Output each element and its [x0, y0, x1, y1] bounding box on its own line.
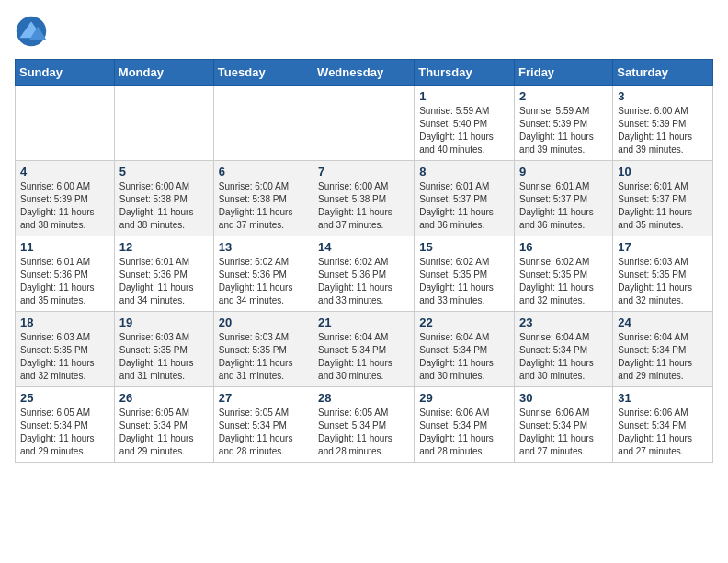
calendar-table: SundayMondayTuesdayWednesdayThursdayFrid…: [15, 59, 713, 463]
day-number: 28: [318, 391, 409, 405]
day-info: Sunrise: 6:03 AM Sunset: 5:35 PM Dayligh…: [20, 331, 109, 383]
day-info: Sunrise: 6:00 AM Sunset: 5:39 PM Dayligh…: [618, 105, 708, 156]
day-info: Sunrise: 6:03 AM Sunset: 5:35 PM Dayligh…: [618, 256, 708, 307]
day-number: 1: [419, 89, 509, 103]
day-number: 21: [318, 316, 409, 329]
day-header-saturday: Saturday: [613, 60, 713, 86]
day-cell: 1Sunrise: 5:59 AM Sunset: 5:40 PM Daylig…: [415, 86, 515, 161]
week-row-5: 25Sunrise: 6:05 AM Sunset: 5:34 PM Dayli…: [16, 387, 713, 463]
day-info: Sunrise: 6:00 AM Sunset: 5:39 PM Dayligh…: [20, 180, 109, 232]
day-info: Sunrise: 6:06 AM Sunset: 5:34 PM Dayligh…: [419, 407, 509, 458]
day-info: Sunrise: 6:04 AM Sunset: 5:34 PM Dayligh…: [519, 331, 608, 383]
day-info: Sunrise: 6:05 AM Sunset: 5:34 PM Dayligh…: [318, 407, 409, 458]
day-cell: [16, 86, 115, 161]
day-cell: 6Sunrise: 6:00 AM Sunset: 5:38 PM Daylig…: [213, 161, 313, 236]
day-number: 6: [219, 165, 308, 178]
day-cell: 31Sunrise: 6:06 AM Sunset: 5:34 PM Dayli…: [613, 387, 713, 463]
week-row-4: 18Sunrise: 6:03 AM Sunset: 5:35 PM Dayli…: [16, 312, 713, 387]
day-info: Sunrise: 6:04 AM Sunset: 5:34 PM Dayligh…: [318, 331, 409, 383]
day-number: 15: [419, 240, 509, 254]
day-info: Sunrise: 6:06 AM Sunset: 5:34 PM Dayligh…: [519, 407, 608, 458]
day-number: 20: [219, 316, 308, 329]
day-number: 22: [419, 316, 509, 329]
day-header-sunday: Sunday: [16, 60, 115, 86]
day-number: 8: [419, 165, 509, 178]
day-info: Sunrise: 5:59 AM Sunset: 5:39 PM Dayligh…: [519, 105, 608, 156]
day-number: 24: [618, 316, 708, 329]
day-info: Sunrise: 6:00 AM Sunset: 5:38 PM Dayligh…: [219, 180, 308, 232]
day-info: Sunrise: 6:03 AM Sunset: 5:35 PM Dayligh…: [119, 331, 209, 383]
day-number: 27: [219, 391, 308, 405]
day-number: 13: [219, 240, 308, 254]
day-header-tuesday: Tuesday: [213, 60, 313, 86]
day-info: Sunrise: 6:01 AM Sunset: 5:37 PM Dayligh…: [618, 180, 708, 232]
day-cell: 12Sunrise: 6:01 AM Sunset: 5:36 PM Dayli…: [114, 236, 213, 312]
day-number: 7: [318, 165, 409, 178]
day-cell: 19Sunrise: 6:03 AM Sunset: 5:35 PM Dayli…: [114, 312, 213, 387]
week-row-3: 11Sunrise: 6:01 AM Sunset: 5:36 PM Dayli…: [16, 236, 713, 312]
day-number: 9: [519, 165, 608, 178]
page-header: [15, 15, 713, 48]
day-cell: 4Sunrise: 6:00 AM Sunset: 5:39 PM Daylig…: [16, 161, 115, 236]
day-number: 23: [519, 316, 608, 329]
day-number: 16: [519, 240, 608, 254]
day-info: Sunrise: 6:04 AM Sunset: 5:34 PM Dayligh…: [618, 331, 708, 383]
day-number: 14: [318, 240, 409, 254]
day-cell: 30Sunrise: 6:06 AM Sunset: 5:34 PM Dayli…: [515, 387, 613, 463]
day-info: Sunrise: 6:03 AM Sunset: 5:35 PM Dayligh…: [219, 331, 308, 383]
day-cell: 25Sunrise: 6:05 AM Sunset: 5:34 PM Dayli…: [16, 387, 115, 463]
day-header-thursday: Thursday: [415, 60, 515, 86]
day-info: Sunrise: 6:01 AM Sunset: 5:37 PM Dayligh…: [419, 180, 509, 232]
day-header-monday: Monday: [114, 60, 213, 86]
day-cell: 26Sunrise: 6:05 AM Sunset: 5:34 PM Dayli…: [114, 387, 213, 463]
logo: [15, 15, 51, 48]
day-number: 31: [618, 391, 708, 405]
day-number: 19: [119, 316, 209, 329]
day-cell: [313, 86, 415, 161]
day-cell: 9Sunrise: 6:01 AM Sunset: 5:37 PM Daylig…: [515, 161, 613, 236]
day-cell: [114, 86, 213, 161]
day-info: Sunrise: 6:01 AM Sunset: 5:37 PM Dayligh…: [519, 180, 608, 232]
day-cell: 20Sunrise: 6:03 AM Sunset: 5:35 PM Dayli…: [213, 312, 313, 387]
day-info: Sunrise: 6:01 AM Sunset: 5:36 PM Dayligh…: [20, 256, 109, 307]
day-cell: 5Sunrise: 6:00 AM Sunset: 5:38 PM Daylig…: [114, 161, 213, 236]
day-number: 26: [119, 391, 209, 405]
day-cell: 2Sunrise: 5:59 AM Sunset: 5:39 PM Daylig…: [515, 86, 613, 161]
day-info: Sunrise: 6:06 AM Sunset: 5:34 PM Dayligh…: [618, 407, 708, 458]
day-cell: 24Sunrise: 6:04 AM Sunset: 5:34 PM Dayli…: [613, 312, 713, 387]
day-cell: 28Sunrise: 6:05 AM Sunset: 5:34 PM Dayli…: [313, 387, 415, 463]
day-cell: 7Sunrise: 6:00 AM Sunset: 5:38 PM Daylig…: [313, 161, 415, 236]
day-number: 10: [618, 165, 708, 178]
day-info: Sunrise: 6:02 AM Sunset: 5:35 PM Dayligh…: [519, 256, 608, 307]
day-cell: 27Sunrise: 6:05 AM Sunset: 5:34 PM Dayli…: [213, 387, 313, 463]
day-header-friday: Friday: [515, 60, 613, 86]
week-row-1: 1Sunrise: 5:59 AM Sunset: 5:40 PM Daylig…: [16, 86, 713, 161]
day-info: Sunrise: 6:05 AM Sunset: 5:34 PM Dayligh…: [119, 407, 209, 458]
day-header-wednesday: Wednesday: [313, 60, 415, 86]
week-row-2: 4Sunrise: 6:00 AM Sunset: 5:39 PM Daylig…: [16, 161, 713, 236]
day-number: 3: [618, 89, 708, 103]
day-cell: 17Sunrise: 6:03 AM Sunset: 5:35 PM Dayli…: [613, 236, 713, 312]
day-number: 4: [20, 165, 109, 178]
day-info: Sunrise: 6:00 AM Sunset: 5:38 PM Dayligh…: [119, 180, 209, 232]
day-cell: 23Sunrise: 6:04 AM Sunset: 5:34 PM Dayli…: [515, 312, 613, 387]
day-cell: [213, 86, 313, 161]
day-info: Sunrise: 6:02 AM Sunset: 5:36 PM Dayligh…: [219, 256, 308, 307]
day-info: Sunrise: 6:01 AM Sunset: 5:36 PM Dayligh…: [119, 256, 209, 307]
day-cell: 16Sunrise: 6:02 AM Sunset: 5:35 PM Dayli…: [515, 236, 613, 312]
day-number: 18: [20, 316, 109, 329]
day-cell: 29Sunrise: 6:06 AM Sunset: 5:34 PM Dayli…: [415, 387, 515, 463]
day-cell: 15Sunrise: 6:02 AM Sunset: 5:35 PM Dayli…: [415, 236, 515, 312]
day-cell: 21Sunrise: 6:04 AM Sunset: 5:34 PM Dayli…: [313, 312, 415, 387]
day-cell: 8Sunrise: 6:01 AM Sunset: 5:37 PM Daylig…: [415, 161, 515, 236]
day-cell: 3Sunrise: 6:00 AM Sunset: 5:39 PM Daylig…: [613, 86, 713, 161]
day-info: Sunrise: 6:04 AM Sunset: 5:34 PM Dayligh…: [419, 331, 509, 383]
day-number: 12: [119, 240, 209, 254]
day-number: 17: [618, 240, 708, 254]
day-number: 11: [20, 240, 109, 254]
day-number: 30: [519, 391, 608, 405]
day-cell: 11Sunrise: 6:01 AM Sunset: 5:36 PM Dayli…: [16, 236, 115, 312]
day-number: 25: [20, 391, 109, 405]
day-cell: 14Sunrise: 6:02 AM Sunset: 5:36 PM Dayli…: [313, 236, 415, 312]
day-info: Sunrise: 6:00 AM Sunset: 5:38 PM Dayligh…: [318, 180, 409, 232]
